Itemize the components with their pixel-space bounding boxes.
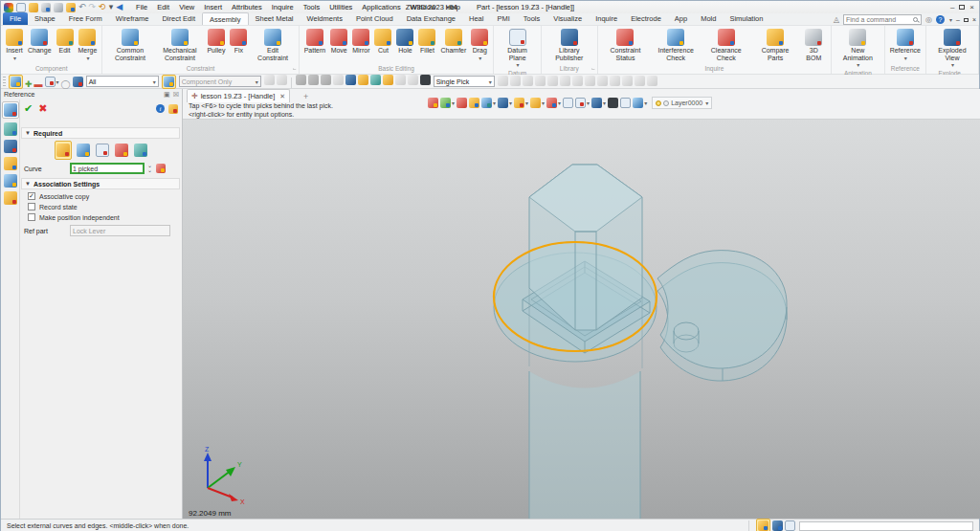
association-section-header[interactable]: ▼ Association Settings (21, 178, 180, 189)
panel-dock-icon[interactable]: ▣ (164, 91, 170, 99)
new-file-icon[interactable] (16, 3, 26, 12)
open-file-icon[interactable] (29, 3, 38, 12)
circle-filter-icon[interactable] (560, 76, 570, 86)
line2-filter-icon[interactable] (547, 76, 558, 86)
monitor-display-icon[interactable] (772, 520, 783, 531)
color-filter-icon[interactable] (383, 75, 393, 85)
save-icon[interactable] (41, 3, 51, 12)
tab-weldments[interactable]: Weldments (301, 12, 349, 25)
sketch-ref-type-icon[interactable] (114, 141, 129, 160)
background-icon[interactable] (608, 98, 618, 108)
pin-tab-icon[interactable]: ✛ (191, 92, 198, 100)
wireframe-display-icon[interactable]: ▾ (514, 98, 528, 108)
make-position-independent-checkbox[interactable] (28, 213, 35, 221)
help-dropdown-icon[interactable]: ▾ (949, 16, 952, 23)
all-curves-filter-icon[interactable] (510, 76, 521, 86)
associative-copy-checkbox[interactable]: ✓ (28, 192, 35, 200)
menu-view[interactable]: View (174, 3, 199, 11)
dropdown-arrow-icon[interactable]: ▾ (13, 55, 16, 61)
filter-shape-icon[interactable] (264, 75, 275, 85)
layer-color-ring-icon[interactable] (663, 100, 669, 106)
lasso-pick-icon[interactable]: ◯ (61, 80, 71, 89)
settings-gear-icon[interactable]: ◎ (925, 15, 932, 24)
exit-input-icon[interactable] (428, 98, 438, 108)
face-ref-type-icon[interactable] (76, 141, 91, 160)
tab-data-exchange[interactable]: Data Exchange (400, 12, 462, 25)
layer-dropdown-icon[interactable]: ▾ (705, 100, 708, 106)
filter-face-icon[interactable] (308, 75, 319, 85)
mechanical-constraint-button[interactable]: Mechanical Constraint (155, 28, 204, 62)
tab-simulation[interactable]: Simulation (723, 12, 769, 25)
axis-display-icon-dropdown-icon[interactable]: ▾ (558, 100, 561, 106)
menu-applications[interactable]: Applications (357, 3, 405, 11)
visual-manager-tab-icon[interactable] (4, 174, 17, 188)
shape-ref-type-icon[interactable] (133, 141, 148, 160)
datum-plane-button[interactable]: Datum Plane▾ (497, 28, 538, 69)
menu-attributes[interactable]: Attributes (227, 3, 267, 11)
menu-utilities[interactable]: Utilities (324, 3, 357, 11)
dropdown-arrow-icon[interactable]: ▾ (904, 55, 907, 61)
fix-button[interactable]: Fix (228, 28, 249, 55)
tab-app[interactable]: App (668, 12, 694, 25)
section-view-icon[interactable]: ▾ (575, 98, 590, 108)
tab-electrode[interactable]: Electrode (624, 12, 668, 25)
pick-filter-icon[interactable]: ▾ (440, 98, 455, 108)
render-mode-icon-dropdown-icon[interactable]: ▾ (603, 100, 606, 106)
section-view-icon-dropdown-icon[interactable]: ▾ (587, 100, 590, 106)
tab-tools[interactable]: Tools (517, 12, 547, 25)
pulley-button[interactable]: Pulley (205, 28, 227, 55)
pick-priority-icon[interactable] (73, 77, 83, 87)
hole-button[interactable]: Hole (394, 28, 415, 55)
cancel-x-button[interactable]: ✖ (38, 102, 47, 115)
dropdown-arrow-icon[interactable]: ▾ (86, 55, 89, 61)
pick-region-icon[interactable]: ▾ (45, 77, 59, 87)
tab-free-form[interactable]: Free Form (62, 12, 109, 25)
tab-heal[interactable]: Heal (462, 12, 490, 25)
axis-display-icon[interactable]: ▾ (546, 98, 561, 108)
move-button[interactable]: Move (328, 28, 349, 55)
regen-icon[interactable]: ⟲ (99, 3, 106, 11)
menu-window[interactable]: Window (406, 3, 441, 11)
grid-display-icon[interactable] (620, 98, 631, 108)
display-mode-icon-dropdown-icon[interactable]: ▾ (509, 100, 512, 106)
merge-button[interactable]: Merge▾ (77, 28, 100, 62)
point-ref-type-icon[interactable] (95, 141, 110, 160)
tab-mold[interactable]: Mold (694, 12, 723, 25)
mirror-button[interactable]: Mirror (350, 28, 371, 55)
layer-visibility-bulb-icon[interactable] (656, 100, 661, 106)
circle2-filter-icon[interactable] (572, 76, 583, 86)
reference-manager-tab-icon[interactable] (2, 101, 19, 119)
face-filter-icon[interactable] (635, 76, 645, 86)
filter-part-icon[interactable] (296, 75, 306, 85)
menu-edit[interactable]: Edit (152, 3, 174, 11)
manager-tab-icon[interactable] (4, 157, 17, 170)
spline-filter-icon[interactable] (585, 76, 595, 86)
constraint-status-button[interactable]: Constraint Status (601, 28, 651, 62)
redo-icon[interactable]: ↷ (89, 3, 97, 11)
cut-button[interactable]: Cut (372, 28, 393, 55)
insert-button[interactable]: Insert▾ (4, 28, 25, 62)
voice-command-icon[interactable]: ◀ (116, 3, 122, 11)
library-publisher-button[interactable]: Library Publisher (545, 28, 594, 62)
record-state-checkbox[interactable] (28, 203, 35, 210)
exploded-view-button[interactable]: Exploded View▾ (929, 28, 975, 69)
remove-pick-icon[interactable]: ▬ (34, 80, 43, 89)
point-display-icon[interactable]: ▾ (530, 98, 545, 108)
info-icon[interactable]: i (156, 104, 165, 113)
help-icon[interactable]: ? (936, 15, 945, 24)
menu-insert[interactable]: Insert (199, 3, 227, 11)
required-section-header[interactable]: ▼ Required (21, 127, 180, 139)
doc-minimize-icon[interactable]: – (956, 16, 960, 24)
tab-inquire[interactable]: Inquire (589, 12, 624, 25)
stop-filter-icon[interactable] (420, 75, 431, 85)
find-command-input[interactable] (846, 16, 913, 23)
ok-check-button[interactable]: ✔ (24, 102, 33, 115)
view-orientation-icon-dropdown-icon[interactable]: ▾ (493, 100, 496, 106)
document-tab[interactable]: ✛ lesson 19.Z3 - [Handle] ✕ (187, 89, 290, 102)
toolbar-grip[interactable] (3, 77, 6, 87)
cursor-filter-icon[interactable] (498, 76, 508, 86)
pick-select-icon[interactable] (9, 75, 23, 89)
datum-manager-tab-icon[interactable] (4, 122, 17, 136)
options-page-icon[interactable] (168, 104, 178, 114)
menu-tools[interactable]: Tools (299, 3, 325, 11)
